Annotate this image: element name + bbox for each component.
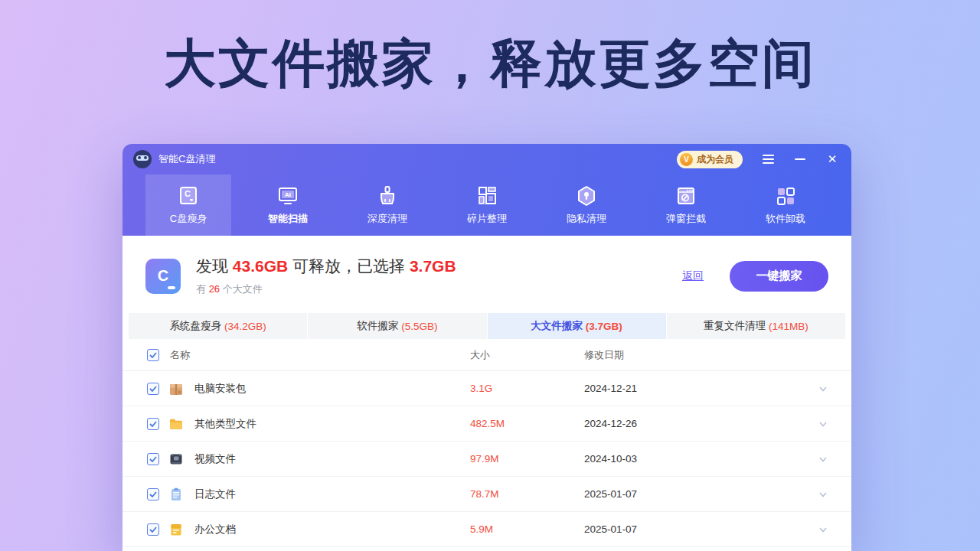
tab-large-file-move[interactable]: 大文件搬家(3.7GB) xyxy=(488,313,666,339)
office-doc-icon xyxy=(168,522,184,537)
fragments-icon xyxy=(475,184,498,207)
back-link[interactable]: 返回 xyxy=(682,269,704,283)
minimize-icon[interactable] xyxy=(793,152,807,166)
file-name: 日志文件 xyxy=(194,487,470,501)
col-size: 大小 xyxy=(470,348,584,362)
chevron-down-icon[interactable] xyxy=(818,419,828,429)
nav-label: C盘瘦身 xyxy=(170,212,207,226)
row-checkbox[interactable] xyxy=(147,488,159,500)
close-icon[interactable]: ✕ xyxy=(825,152,839,166)
chevron-down-icon[interactable] xyxy=(818,489,828,500)
col-date: 修改日期 xyxy=(584,348,828,362)
file-size: 5.9M xyxy=(470,523,584,535)
table-row[interactable]: 日志文件 78.7M 2025-01-07 xyxy=(122,477,851,512)
nav-item-uninstall[interactable]: 软件卸载 xyxy=(743,174,828,236)
row-checkbox[interactable] xyxy=(147,453,159,465)
chevron-down-icon[interactable] xyxy=(818,454,828,465)
uninstall-icon xyxy=(774,184,797,207)
file-size: 3.1G xyxy=(470,383,584,394)
row-checkbox[interactable] xyxy=(147,418,159,430)
app-title: 智能C盘清理 xyxy=(158,152,215,166)
file-size: 482.5M xyxy=(470,418,584,429)
row-checkbox[interactable] xyxy=(147,383,159,395)
file-size: 97.9M xyxy=(470,453,584,465)
v-crown-icon: V xyxy=(680,153,693,166)
file-name: 电脑安装包 xyxy=(194,382,470,396)
selected-size: 3.7GB xyxy=(410,257,456,275)
summary-section: C 发现 43.6GB 可释放，已选择 3.7GB 有 26 个大文件 返回 一… xyxy=(122,236,851,313)
summary-headline: 发现 43.6GB 可释放，已选择 3.7GB xyxy=(196,256,456,277)
folder-icon xyxy=(168,416,184,432)
svg-text:AI: AI xyxy=(285,191,291,198)
tab-duplicate-clean[interactable]: 重复文件清理(141MB) xyxy=(667,313,845,339)
nav-item-privacy-clean[interactable]: 隐私清理 xyxy=(544,174,629,236)
ai-scan-icon: AI xyxy=(276,184,299,207)
category-tabs: 系统盘瘦身(34.2GB) 软件搬家(5.5GB) 大文件搬家(3.7GB) 重… xyxy=(129,313,845,339)
c-disk-icon: C xyxy=(145,259,181,294)
chevron-down-icon[interactable] xyxy=(818,524,828,535)
tab-software-move[interactable]: 软件搬家(5.5GB) xyxy=(308,313,486,339)
nav-label: 深度清理 xyxy=(368,212,407,226)
log-file-icon xyxy=(168,487,184,502)
one-click-move-button[interactable]: 一键搬家 xyxy=(730,261,828,292)
col-name: 名称 xyxy=(170,348,470,362)
broom-icon xyxy=(376,184,399,207)
c-drive-slim-icon: C xyxy=(177,184,200,207)
row-checkbox[interactable] xyxy=(147,523,159,536)
app-logo-icon xyxy=(133,150,152,168)
nav-item-deep-clean[interactable]: 深度清理 xyxy=(345,174,430,236)
file-date: 2025-01-07 xyxy=(584,488,818,500)
select-all-checkbox[interactable] xyxy=(147,349,159,361)
file-date: 2024-10-03 xyxy=(584,453,818,465)
svg-text:C: C xyxy=(185,189,191,198)
nav-label: 隐私清理 xyxy=(567,212,606,226)
popup-block-icon xyxy=(675,184,697,207)
nav-item-c-drive-slim[interactable]: C C盘瘦身 xyxy=(145,174,231,236)
member-label: 成为会员 xyxy=(697,153,733,166)
titlebar: 智能C盘清理 V 成为会员 ✕ xyxy=(122,144,851,174)
table-row[interactable]: 电脑安装包 3.1G 2024-12-21 xyxy=(122,371,851,406)
file-date: 2025-01-07 xyxy=(584,523,818,535)
file-name: 视频文件 xyxy=(194,452,470,466)
file-size: 78.7M xyxy=(470,488,584,500)
chevron-down-icon[interactable] xyxy=(818,383,828,394)
nav-label: 碎片整理 xyxy=(467,212,507,226)
table-row[interactable]: 办公文档 5.9M 2025-01-07 xyxy=(122,512,851,547)
become-member-button[interactable]: V 成为会员 xyxy=(677,151,743,168)
nav-label: 弹窗拦截 xyxy=(666,212,706,226)
table-row[interactable]: 其他类型文件 482.5M 2024-12-26 xyxy=(122,406,851,442)
table-row[interactable]: 视频文件 97.9M 2024-10-03 xyxy=(122,442,851,477)
table-header: 名称 大小 修改日期 xyxy=(122,339,851,371)
nav-item-defrag[interactable]: 碎片整理 xyxy=(444,174,530,236)
app-header: 智能C盘清理 V 成为会员 ✕ C C盘瘦身 xyxy=(122,144,851,236)
file-name: 办公文档 xyxy=(194,523,470,536)
file-name: 其他类型文件 xyxy=(194,417,470,431)
app-window: 智能C盘清理 V 成为会员 ✕ C C盘瘦身 xyxy=(122,144,851,551)
package-icon xyxy=(168,381,184,396)
nav-item-popup-block[interactable]: 弹窗拦截 xyxy=(643,174,729,236)
summary-subline: 有 26 个大文件 xyxy=(196,282,456,296)
hero-headline: 大文件搬家，释放更多空间 xyxy=(0,29,980,99)
found-size: 43.6GB xyxy=(233,257,288,275)
file-date: 2024-12-26 xyxy=(584,418,818,429)
file-count: 26 xyxy=(209,283,220,295)
privacy-key-icon xyxy=(575,184,598,207)
main-nav: C C盘瘦身 AI 智能扫描 xyxy=(122,174,851,236)
nav-item-ai-scan[interactable]: AI 智能扫描 xyxy=(245,174,331,236)
nav-label: 软件卸载 xyxy=(766,212,805,226)
menu-icon[interactable] xyxy=(761,152,775,166)
tab-system-slim[interactable]: 系统盘瘦身(34.2GB) xyxy=(129,313,307,339)
file-date: 2024-12-21 xyxy=(584,383,818,394)
nav-label: 智能扫描 xyxy=(268,212,308,226)
video-file-icon xyxy=(168,452,184,467)
